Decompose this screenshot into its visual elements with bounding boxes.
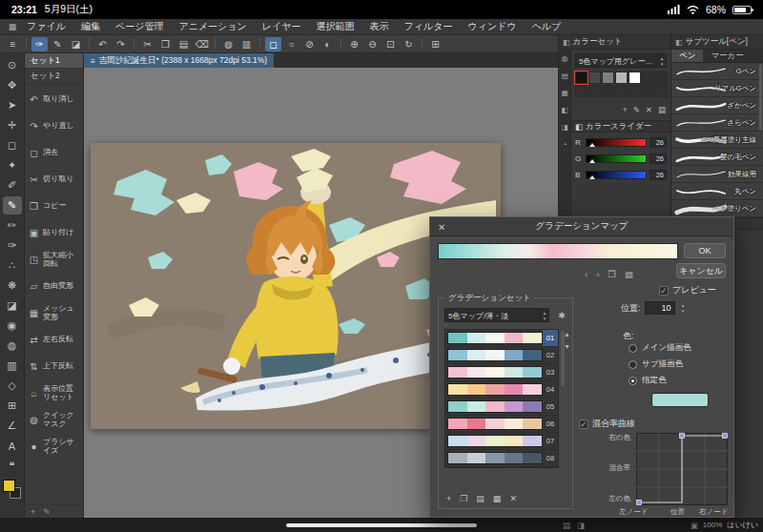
- color-slider-panel-header[interactable]: ◧ カラースライダー: [571, 120, 670, 133]
- quick-copy-button[interactable]: ❐コピー: [25, 193, 83, 219]
- delete-gradient-icon[interactable]: ✕: [509, 494, 517, 503]
- color-set-preset-select[interactable]: 5色マップ用グレースケール ▴▾: [575, 53, 667, 68]
- ruler-tool[interactable]: ∠: [3, 417, 22, 435]
- palette-dock-toggle-icon[interactable]: ▤: [563, 521, 570, 530]
- quick-paste-button[interactable]: ▣貼り付け: [25, 219, 83, 246]
- gradient-row[interactable]: 08: [445, 450, 558, 467]
- menu-item-3[interactable]: アニメーション: [171, 19, 254, 34]
- menu-item-7[interactable]: フィルター: [397, 19, 461, 34]
- next-gradient-icon[interactable]: ›: [596, 269, 599, 279]
- color-wheel-icon[interactable]: ◍: [562, 54, 568, 63]
- eyedropper-tool[interactable]: ✐: [3, 176, 22, 194]
- move-tool[interactable]: ✥: [3, 76, 22, 94]
- gradient-row[interactable]: 02: [445, 347, 558, 364]
- quick-brush-size-button[interactable]: ●ブラシサイズ: [25, 433, 83, 460]
- brush-item[interactable]: SAI風厚塗り主線: [671, 132, 763, 149]
- curve-node[interactable]: [680, 434, 685, 439]
- duplicate-gradient-icon[interactable]: ❐: [460, 494, 467, 503]
- color-swatch[interactable]: [602, 72, 614, 84]
- add-color-icon[interactable]: +: [623, 105, 628, 114]
- toolbar-undo-button[interactable]: ↶: [94, 37, 111, 51]
- quick-mesh-transform-button[interactable]: ▦メッシュ変形: [25, 299, 83, 326]
- checkbox-box[interactable]: ✓: [659, 286, 669, 296]
- toolbar-fill-button[interactable]: ◍: [220, 37, 237, 51]
- drawing-color-chips[interactable]: [2, 480, 23, 504]
- edit-color-icon[interactable]: ✎: [633, 105, 640, 114]
- color-swatch[interactable]: [629, 72, 641, 84]
- subtool-tab-1[interactable]: マーカー: [703, 50, 751, 62]
- cancel-button[interactable]: キャンセル: [676, 263, 726, 278]
- operation-tool[interactable]: ➤: [3, 96, 22, 114]
- color-mode-option-2[interactable]: 指定色: [629, 375, 691, 386]
- blend-tool[interactable]: ◉: [3, 317, 22, 335]
- menu-item-5[interactable]: 選択範囲: [309, 19, 362, 34]
- mix-curve-graph[interactable]: [636, 433, 728, 505]
- dialog-title-bar[interactable]: ✕ グラデーションマップ: [430, 217, 733, 236]
- color-slider-icon[interactable]: ▤: [561, 72, 567, 80]
- menu-item-0[interactable]: ファイル: [19, 19, 73, 34]
- dialog-close-button[interactable]: ✕: [438, 217, 445, 236]
- gradient-set-settings-button[interactable]: ✱: [555, 308, 568, 322]
- gradient-row[interactable]: 06: [445, 416, 558, 433]
- gradient-row[interactable]: 07: [445, 433, 558, 450]
- mix-curve-checkbox[interactable]: ✓ 混合率曲線: [579, 418, 635, 430]
- color-history-icon[interactable]: ◔: [563, 140, 567, 149]
- fill-tool[interactable]: ◍: [3, 337, 22, 355]
- layer-mini-row[interactable]: ▣ 100% はいけい: [691, 518, 758, 532]
- brush-item[interactable]: 丸ペン: [671, 183, 763, 200]
- color-swatch[interactable]: [575, 72, 588, 84]
- decoration-tool[interactable]: ❋: [3, 276, 22, 295]
- brush-item[interactable]: Gペン: [671, 63, 763, 80]
- brush-tool[interactable]: ✑: [3, 236, 22, 255]
- quick-free-transform-button[interactable]: ▱自由変形: [25, 273, 83, 299]
- canvas-tab-menu-icon[interactable]: ≡: [91, 56, 95, 66]
- toolbar-select-invert-button[interactable]: ◐: [320, 37, 336, 51]
- toolbar-palette-menu-button[interactable]: ≡: [5, 37, 21, 51]
- subtool-panel-header[interactable]: ◧ サブツール[ペン]: [671, 35, 763, 50]
- toolbar-select-rect-button[interactable]: ◻: [265, 37, 281, 51]
- brush-item[interactable]: 髪の毛ペン: [671, 149, 763, 166]
- set-settings-icon[interactable]: ▦: [493, 494, 502, 503]
- intermediate-color-icon[interactable]: ◧: [561, 106, 567, 114]
- brush-item[interactable]: さらペン: [671, 114, 763, 132]
- toolbar-cut-button[interactable]: ✂: [139, 37, 155, 51]
- menu-item-2[interactable]: ページ管理: [108, 19, 171, 34]
- empty-swatch[interactable]: [642, 72, 654, 84]
- toolbar-deselect-button[interactable]: ⊘: [301, 37, 318, 51]
- brush-item[interactable]: ベタ塗りペン: [671, 200, 763, 217]
- empty-swatch[interactable]: [642, 85, 654, 97]
- gradient-row[interactable]: 01: [445, 330, 558, 347]
- frame-border-tool[interactable]: ⊞: [3, 397, 22, 415]
- empty-swatch[interactable]: [575, 85, 588, 97]
- toolbar-copy-button[interactable]: ❐: [157, 37, 174, 51]
- slider-marker[interactable]: [589, 143, 595, 147]
- channel-value[interactable]: 26: [650, 137, 667, 148]
- figure-tool[interactable]: ◇: [3, 377, 22, 395]
- text-tool[interactable]: A: [3, 437, 22, 455]
- specified-color-swatch[interactable]: [651, 393, 709, 407]
- approximate-color-icon[interactable]: ◨: [561, 123, 567, 132]
- scrollbar[interactable]: [759, 64, 762, 131]
- app-logo-icon[interactable]: ▦: [6, 22, 19, 31]
- quick-reset-view-button[interactable]: ⌂表示位置リセット: [25, 379, 83, 406]
- empty-swatch[interactable]: [655, 85, 668, 97]
- r-slider[interactable]: [586, 138, 647, 147]
- color-swatch[interactable]: [615, 72, 628, 84]
- stepper-buttons[interactable]: ▴▾: [540, 309, 548, 321]
- gradient-set-select[interactable]: 5色マップ/薄・淡 ▴▾: [444, 308, 549, 322]
- empty-swatch[interactable]: [655, 72, 668, 84]
- brush-item[interactable]: 効果線用: [671, 166, 763, 183]
- toolbar-redo-button[interactable]: ↷: [113, 37, 129, 51]
- menu-item-9[interactable]: ヘルプ: [525, 19, 569, 34]
- gradient-row[interactable]: 04: [445, 381, 558, 399]
- gradient-tool[interactable]: ▥: [3, 357, 22, 375]
- home-indicator[interactable]: [286, 523, 477, 527]
- quick-clear-button[interactable]: ◻消去: [25, 139, 83, 166]
- quick-quick-mask-button[interactable]: ◍クイックマスク: [25, 406, 83, 433]
- curve-node[interactable]: [637, 501, 642, 505]
- channel-value[interactable]: 26: [650, 153, 667, 164]
- move-down-button[interactable]: ▼: [564, 343, 570, 350]
- toolbar-pen-tool-button[interactable]: ✎: [50, 37, 66, 51]
- set-menu-icon[interactable]: ▤: [658, 105, 666, 114]
- selection-tool[interactable]: ◻: [3, 136, 22, 154]
